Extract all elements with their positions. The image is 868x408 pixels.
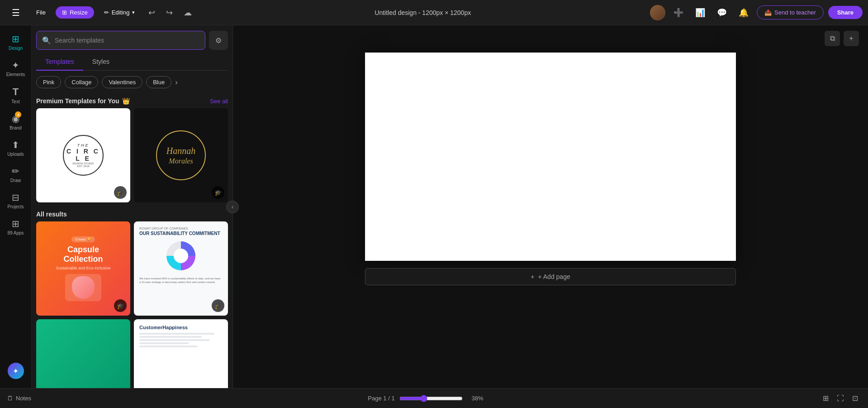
main-layout: ⊞ Design ✦ Elements T Text ◉ ★ Brand ⬆ U… [0,25,868,388]
brand-crown-badge: ★ [15,111,21,118]
grid-icon: ⊞ [823,394,829,402]
all-results-label: All results [36,211,67,218]
fullscreen-button[interactable]: ⊡ [849,392,861,404]
cust-line-2 [139,336,202,338]
template-card-capsule[interactable]: Crowd 🏆 CapsuleCollection Sustainable an… [36,221,130,316]
chip-collage[interactable]: Collage [65,76,98,88]
template-card-circle[interactable]: the C I R C L E DESIGN STUDIO EST. 2019 … [36,108,130,202]
sidebar-item-label-design: Design [9,46,23,51]
sparkle-icon: ✦ [13,367,19,375]
canvas[interactable] [365,53,736,261]
file-label: File [36,9,46,16]
avatar[interactable] [650,5,665,20]
copy-page-button[interactable]: ⧉ [825,31,840,46]
sust-title: OUR SUSTAINABILITY COMMITMENT [139,231,223,236]
see-all-link[interactable]: See all [210,98,228,105]
pencil-icon: ✏ [104,9,109,16]
sidebar-item-projects[interactable]: ⊟ Projects [2,188,30,213]
grid-view-button[interactable]: ⊞ [820,392,831,404]
avatar-image [650,5,665,20]
sidebar-item-draw[interactable]: ✏ Draw [2,162,30,187]
premium-template-grid: the C I R C L E DESIGN STUDIO EST. 2019 … [36,108,228,202]
capsule-badge: 🎓 [114,299,127,312]
template-card-allnow[interactable]: authentica All now 🎓 [36,319,130,388]
filter-button[interactable]: ⚙ [209,31,228,50]
apps-icon: ⊞ [12,218,19,229]
pie-chart [163,238,199,274]
redo-button[interactable]: ↪ [162,5,176,20]
cloud-button[interactable]: ☁ [180,5,195,20]
sparkle-button[interactable]: ✦ [8,363,24,379]
comments-button[interactable]: 💬 [713,5,730,20]
sidebar-item-uploads[interactable]: ⬆ Uploads [2,136,30,160]
chip-valentines-label: Valentines [109,79,136,86]
chip-valentines[interactable]: Valentines [102,76,142,88]
menu-button[interactable]: ☰ [5,5,26,21]
sidebar-item-design[interactable]: ⊞ Design [2,30,30,54]
tab-styles[interactable]: Styles [83,53,119,71]
cust-line-5 [139,346,198,347]
template-card-hannah[interactable]: Hannah Morales 🎓 [134,108,228,202]
bottom-center: Page 1 / 1 38% [37,395,815,402]
template-card-customer[interactable]: CustomerHappiness 🎓 [134,319,228,388]
uploads-icon: ⬆ [12,139,19,150]
chips-more-icon[interactable]: › [175,78,177,86]
topbar-center: Untitled design - 1200px × 1200px [199,9,646,16]
fit-view-button[interactable]: ⛶ [834,393,847,404]
collapse-panel-button[interactable]: ‹ [226,201,239,213]
add-page-button[interactable]: + + Add page [365,268,736,285]
crown-icon: 👑 [122,97,130,105]
editing-label: Editing [112,9,130,16]
search-icon: 🔍 [42,36,51,45]
analytics-button[interactable]: 📊 [692,5,709,20]
elements-icon: ✦ [12,60,19,71]
copy-icon: ⧉ [830,34,835,43]
hannah-text: Hannah Morales [156,130,206,180]
undo-button[interactable]: ↩ [145,5,159,20]
panel-content: Premium Templates for You 👑 See all the … [32,92,232,388]
hannah-name: Hannah [166,145,195,157]
all-results-title: All results [36,211,67,218]
circle-ring: the C I R C L E DESIGN STUDIO EST. 2019 [63,135,104,176]
customer-title: CustomerHappiness [139,325,223,330]
document-title: Untitled design - 1200px × 1200px [375,9,471,16]
circle-brand: C I R C L E [64,148,103,162]
send-icon: 📤 [764,9,772,16]
topbar: ☰ File ⊞ Resize ✏ Editing ▾ ↩ ↪ ☁ Untitl… [0,0,868,25]
add-to-canvas-button[interactable]: + [844,31,859,46]
resize-icon: ⊞ [62,9,67,16]
sidebar-item-label-projects: Projects [7,204,24,209]
hannah-badge: 🎓 [212,186,224,199]
share-button[interactable]: Share [828,6,863,19]
notes-button[interactable]: 🗒 Notes [7,395,31,402]
bottom-right: ⊞ ⛶ ⊡ [820,392,861,404]
sidebar-item-label-uploads: Uploads [7,152,24,157]
sidebar-item-label-elements: Elements [6,72,25,77]
tab-templates[interactable]: Templates [36,53,83,71]
sidebar-item-text[interactable]: T Text [2,82,30,108]
all-results-grid: Crowd 🏆 CapsuleCollection Sustainable an… [36,221,228,388]
capsule-image [65,274,101,301]
add-collaborator-button[interactable]: ➕ [670,5,687,20]
text-icon: T [13,86,19,98]
sidebar-item-elements[interactable]: ✦ Elements [2,56,30,81]
sidebar-item-apps[interactable]: ⊞ 89 Apps [2,215,30,239]
template-card-sustainability[interactable]: ROWAT GROUP OF COMPANIES OUR SUSTAINABIL… [134,221,228,316]
resize-button[interactable]: ⊞ Resize [56,6,94,19]
send-to-teacher-button[interactable]: 📤 Send to teacher [757,5,824,19]
zoom-slider[interactable] [399,395,463,402]
file-button[interactable]: File [30,6,52,19]
add-page-label: + Add page [538,273,570,280]
capsule-subtitle: Sustainable and Eco-Inclusive [56,266,111,270]
search-input-wrap[interactable]: 🔍 [36,31,205,50]
editing-button[interactable]: ✏ Editing ▾ [98,6,142,19]
cust-line-4 [139,342,189,344]
sidebar-item-label-apps: 89 Apps [7,230,24,235]
circle-est: EST. 2019 [77,165,90,168]
notifications-button[interactable]: 🔔 [735,5,752,20]
add-icon: + [849,34,853,43]
chip-pink[interactable]: Pink [36,76,61,88]
search-input[interactable] [55,37,199,44]
chip-blue[interactable]: Blue [146,76,171,88]
sidebar-item-brand[interactable]: ◉ ★ Brand [2,110,30,134]
